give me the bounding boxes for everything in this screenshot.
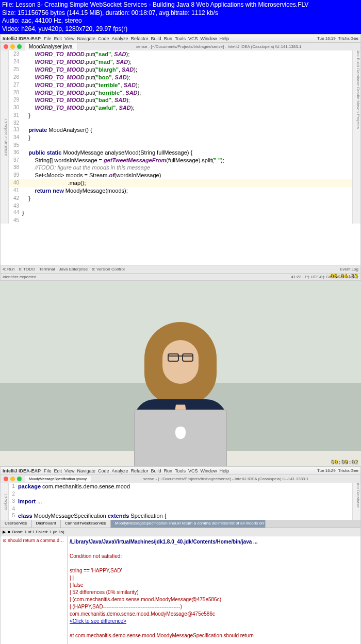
- window-controls[interactable]: [1, 475, 25, 483]
- menu-edit[interactable]: Edit: [54, 36, 62, 41]
- menu-view[interactable]: View: [64, 36, 74, 41]
- code-line[interactable]: 34 }: [9, 134, 352, 142]
- menu-edit[interactable]: Edit: [54, 468, 62, 473]
- menu-build[interactable]: Build: [151, 36, 161, 41]
- code-line[interactable]: 28 WORD_TO_MOOD.put("horrible", SAD);: [9, 89, 352, 97]
- test-tree-item[interactable]: ⊘ should return a comma delimited list: [2, 537, 66, 544]
- test-tree[interactable]: ⊘ should return a comma delimited list: [1, 536, 68, 644]
- run-tab[interactable]: Dashboard: [32, 520, 61, 528]
- output-line: Condition not satisfied:: [70, 553, 358, 560]
- menu-analyze[interactable]: Analyze: [111, 36, 128, 41]
- menu-run[interactable]: Run: [164, 468, 173, 473]
- minimize-icon[interactable]: [10, 477, 15, 481]
- right-tool-gutter[interactable]: Ant Build Database Gradle Maven Projects: [352, 50, 360, 224]
- run-tab[interactable]: MoodyMessageSpecification.should return …: [111, 520, 266, 528]
- window-controls[interactable]: [1, 43, 25, 50]
- menu-file[interactable]: File: [44, 468, 52, 473]
- code-line[interactable]: 2: [9, 490, 352, 498]
- test-output[interactable]: /Library/Java/JavaVirtualMachines/jdk1.8…: [68, 536, 360, 644]
- code-line[interactable]: 24 WORD_TO_MOOD.put("mad", SAD);: [9, 58, 352, 66]
- menu-run[interactable]: Run: [164, 36, 173, 41]
- maximize-icon[interactable]: [17, 44, 22, 49]
- code-line[interactable]: 45: [9, 217, 352, 224]
- menu-refactor[interactable]: Refactor: [130, 36, 148, 41]
- event-log[interactable]: Event Log: [340, 267, 358, 272]
- menu-view[interactable]: View: [64, 468, 74, 473]
- menu-tools[interactable]: Tools: [175, 468, 186, 473]
- code-editor-2[interactable]: 1package com.mechanitis.demo.sense.mood2…: [9, 483, 352, 520]
- tool-6--todo[interactable]: 6: TODO: [19, 267, 36, 272]
- line-number: 45: [9, 217, 22, 224]
- run-tab[interactable]: CannedTweetsService: [61, 520, 111, 528]
- code-line[interactable]: 43: [9, 202, 352, 210]
- menu-code[interactable]: Code: [98, 36, 109, 41]
- menu-help[interactable]: Help: [220, 36, 229, 41]
- output-line: [70, 560, 358, 567]
- line-content: WORD_TO_MOOD.put("bad", SAD);: [22, 96, 130, 104]
- mac-menubar-1: IntelliJ IDEA-EAP FileEditViewNavigateCo…: [1, 35, 360, 43]
- code-line[interactable]: 30 WORD_TO_MOOD.put("awful", SAD);: [9, 104, 352, 112]
- code-line[interactable]: 42 }: [9, 195, 352, 202]
- right-tool-gutter[interactable]: Ant Database: [352, 483, 360, 520]
- window-title: sense - [~/Documents/Projects/trishagee/…: [91, 477, 360, 481]
- code-line[interactable]: 35: [9, 142, 352, 149]
- code-line[interactable]: 38 //TODO: figure out the moods in this …: [9, 164, 352, 172]
- line-number: 29: [9, 96, 22, 104]
- rerun-icon[interactable]: ▶: [3, 530, 6, 534]
- menu-refactor[interactable]: Refactor: [130, 468, 148, 473]
- output-line: <Click to see difference>: [70, 618, 358, 625]
- apple-logo-icon: [175, 427, 186, 439]
- code-line[interactable]: 36 public static MoodyMessage analyseMoo…: [9, 149, 352, 157]
- left-tool-gutter[interactable]: 1:Project 7:Structure: [1, 50, 9, 224]
- code-line[interactable]: 29 WORD_TO_MOOD.put("bad", SAD);: [9, 96, 352, 104]
- code-line[interactable]: 23 WORD_TO_MOOD.put("sad", SAD);: [9, 50, 352, 58]
- tool-terminal[interactable]: Terminal: [39, 267, 55, 272]
- code-line[interactable]: 3import ...: [9, 498, 352, 505]
- tool-9--version-control[interactable]: 9: Version Control: [92, 267, 125, 272]
- menu-file[interactable]: File: [44, 36, 52, 41]
- line-content: //TODO: figure out the moods in this mes…: [22, 164, 150, 172]
- editor-tab[interactable]: MoodyMessageSpecification.groovy: [25, 476, 91, 482]
- code-line[interactable]: 40 .map();: [9, 179, 352, 187]
- menu-navigate[interactable]: Navigate: [77, 468, 95, 473]
- code-line[interactable]: 39 Set<Mood> moods = Stream.of(wordsInMe…: [9, 172, 352, 179]
- output-line: at com.mechanitis.demo.sense.mood.MoodyM…: [70, 632, 358, 639]
- code-line[interactable]: 27 WORD_TO_MOOD.put("terrible", SAD);: [9, 81, 352, 89]
- laptop: [134, 410, 227, 466]
- menu-help[interactable]: Help: [220, 468, 229, 473]
- code-line[interactable]: 41 return new MoodyMessage(moods);: [9, 187, 352, 195]
- menu-build[interactable]: Build: [151, 468, 161, 473]
- code-editor-1[interactable]: 23 WORD_TO_MOOD.put("sad", SAD);24 WORD_…: [9, 50, 352, 224]
- code-line[interactable]: 32: [9, 120, 352, 127]
- audio-line: Audio: aac, 44100 Hz, stereo: [2, 17, 359, 25]
- menu-vcs[interactable]: VCS: [188, 468, 198, 473]
- left-tool-gutter[interactable]: 1:Project: [1, 483, 9, 520]
- menu-navigate[interactable]: Navigate: [77, 36, 95, 41]
- tool-4--run[interactable]: 4: Run: [3, 267, 15, 272]
- close-icon[interactable]: [4, 44, 8, 49]
- menu-tools[interactable]: Tools: [175, 36, 186, 41]
- menu-window[interactable]: Window: [201, 36, 217, 41]
- code-line[interactable]: 1package com.mechanitis.demo.sense.mood: [9, 483, 352, 490]
- code-line[interactable]: 25 WORD_TO_MOOD.put("blargh", SAD);: [9, 66, 352, 74]
- line-number: 31: [9, 112, 22, 120]
- menu-window[interactable]: Window: [201, 468, 217, 473]
- minimize-icon[interactable]: [10, 44, 15, 49]
- menu-vcs[interactable]: VCS: [188, 36, 198, 41]
- menu-analyze[interactable]: Analyze: [111, 468, 128, 473]
- tool-java-enterprise[interactable]: Java Enterprise: [59, 267, 88, 272]
- code-line[interactable]: 33 private MoodAnalyser() {: [9, 126, 352, 134]
- run-tab[interactable]: UserService: [1, 520, 32, 528]
- code-line[interactable]: 37 String[] wordsInMessage = getTweetMes…: [9, 157, 352, 164]
- maximize-icon[interactable]: [17, 477, 22, 481]
- code-line[interactable]: 4: [9, 505, 352, 513]
- menu-code[interactable]: Code: [98, 468, 109, 473]
- code-line[interactable]: 26 WORD_TO_MOOD.put("boo", SAD);: [9, 74, 352, 81]
- code-line[interactable]: 44}: [9, 209, 352, 217]
- close-icon[interactable]: [4, 477, 8, 481]
- editor-tab[interactable]: MoodAnalyser.java: [25, 43, 77, 50]
- code-line[interactable]: 31 }: [9, 112, 352, 120]
- code-line[interactable]: 5class MoodyMessageSpecification extends…: [9, 512, 352, 520]
- stop-icon[interactable]: ■: [8, 530, 10, 534]
- line-number: 44: [9, 209, 22, 217]
